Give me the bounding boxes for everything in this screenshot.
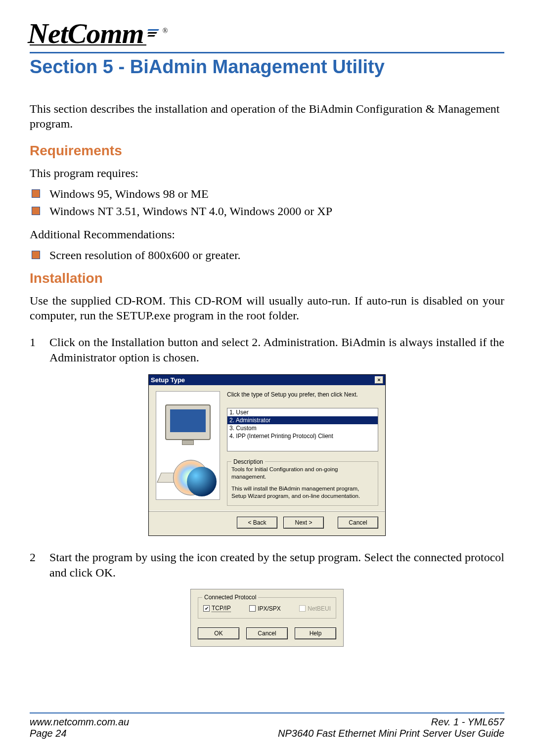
setup-type-figure: Setup Type × Click the type of Setup you…	[30, 374, 504, 536]
netbeui-label: NetBEUI	[308, 605, 331, 612]
connected-protocol-groupbox: Connected Protocol ✔ TCP/IP IPX/SPX NetB…	[198, 597, 336, 619]
help-button[interactable]: Help	[295, 627, 336, 639]
additional-recommendations-list: Screen resolution of 800x600 or greater.	[30, 247, 504, 264]
footer-revision: Rev. 1 - YML657	[431, 716, 504, 728]
logo-streaks-icon	[148, 29, 159, 38]
footer-page: Page 24	[30, 728, 67, 739]
dialog-titlebar: Setup Type ×	[149, 375, 385, 385]
tcpip-checkbox[interactable]: ✔ TCP/IP	[203, 605, 231, 612]
page-footer: www.netcomm.com.au Rev. 1 - YML657 Page …	[30, 712, 504, 739]
requirements-heading: Requirements	[30, 143, 504, 159]
setup-option-ipp[interactable]: 4. IPP (Internet Printing Protocol) Clie…	[227, 432, 378, 440]
logo-underline	[30, 44, 146, 45]
header-rule	[30, 52, 504, 53]
checkbox-disabled-icon	[299, 605, 306, 612]
setup-option-user[interactable]: 1. User	[227, 408, 378, 416]
next-button[interactable]: Next >	[283, 517, 324, 529]
setup-prompt: Click the type of Setup you prefer, then…	[227, 391, 378, 398]
connected-protocol-legend: Connected Protocol	[202, 594, 258, 601]
intro-paragraph: This section describes the installation …	[30, 101, 504, 131]
installation-step-1: Click on the Installation button and sel…	[30, 335, 504, 365]
installation-lead: Use the supplied CD-ROM. This CD-ROM wil…	[30, 293, 504, 323]
installation-heading: Installation	[30, 270, 504, 286]
additional-recommendations-lead: Additional Recommendations:	[30, 227, 504, 242]
connected-protocol-dialog: Connected Protocol ✔ TCP/IP IPX/SPX NetB…	[190, 589, 344, 647]
registered-mark: ®	[163, 27, 168, 35]
setup-option-administrator[interactable]: 2. Administrator	[227, 416, 378, 424]
back-button[interactable]: < Back	[237, 517, 277, 529]
installation-steps-cont: Start the program by using the icon crea…	[30, 550, 504, 580]
description-line-1: Tools for Initial Configuration and on-g…	[231, 466, 374, 481]
description-groupbox: Description Tools for Initial Configurat…	[227, 461, 378, 506]
page-title: Section 5 - BiAdmin Management Utility	[30, 56, 504, 78]
netbeui-checkbox: NetBEUI	[299, 605, 331, 612]
close-icon[interactable]: ×	[375, 376, 383, 384]
connected-protocol-figure: Connected Protocol ✔ TCP/IP IPX/SPX NetB…	[30, 589, 504, 647]
tcpip-label: TCP/IP	[212, 605, 231, 612]
requirements-item: Windows NT 3.51, Windows NT 4.0, Windows…	[30, 203, 504, 220]
setup-wizard-image	[156, 391, 220, 500]
footer-rule	[30, 712, 504, 713]
ipxspx-label: IPX/SPX	[258, 605, 281, 612]
dialog-title-text: Setup Type	[151, 376, 185, 384]
checkbox-icon	[249, 605, 256, 612]
setup-type-dialog: Setup Type × Click the type of Setup you…	[148, 374, 386, 536]
setup-type-listbox[interactable]: 1. User 2. Administrator 3. Custom 4. IP…	[227, 408, 378, 451]
installation-step-2: Start the program by using the icon crea…	[30, 550, 504, 580]
description-legend: Description	[231, 458, 265, 466]
ok-button[interactable]: OK	[198, 627, 239, 639]
checkbox-checked-icon: ✔	[203, 605, 210, 612]
additional-recommendations-item: Screen resolution of 800x600 or greater.	[30, 247, 504, 264]
requirements-lead: This program requires:	[30, 166, 504, 180]
cancel-button[interactable]: Cancel	[338, 517, 378, 529]
ipxspx-checkbox[interactable]: IPX/SPX	[249, 605, 281, 612]
requirements-item: Windows 95, Windows 98 or ME	[30, 185, 504, 203]
footer-url: www.netcomm.com.au	[30, 716, 129, 728]
footer-guide: NP3640 Fast Ethernet Mini Print Server U…	[278, 728, 504, 739]
setup-option-custom[interactable]: 3. Custom	[227, 424, 378, 432]
description-line-2: This will install the BiAdmin management…	[231, 485, 374, 500]
installation-steps: Click on the Installation button and sel…	[30, 335, 504, 365]
requirements-list: Windows 95, Windows 98 or ME Windows NT …	[30, 185, 504, 220]
cancel-button[interactable]: Cancel	[246, 627, 288, 639]
